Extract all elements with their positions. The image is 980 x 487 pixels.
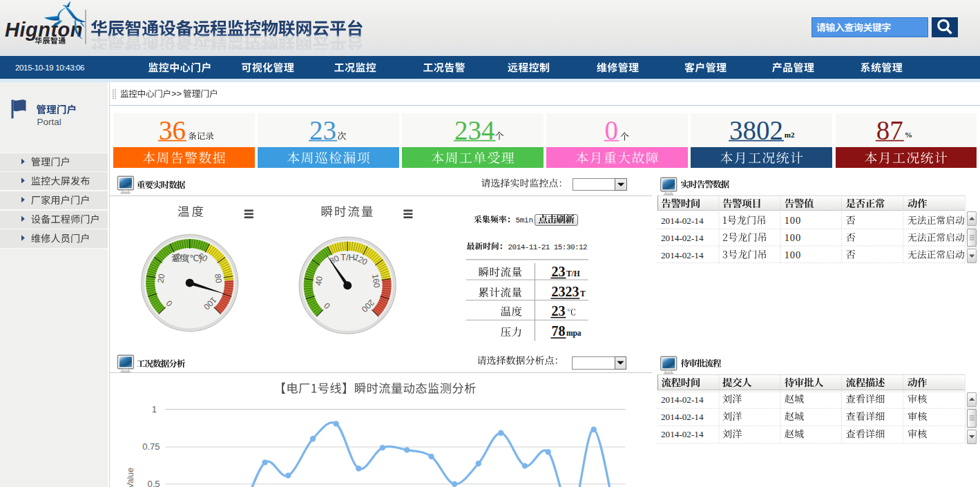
- svg-text:100: 100: [785, 215, 801, 226]
- svg-text:2014-02-14: 2014-02-14: [661, 412, 704, 422]
- svg-text:Portal: Portal: [37, 117, 61, 127]
- svg-text:2014-11-21 15:30:12: 2014-11-21 15:30:12: [508, 243, 587, 251]
- svg-text:100: 100: [785, 232, 801, 243]
- svg-text:>>: >>: [171, 88, 182, 99]
- svg-text:0.75: 0.75: [142, 441, 160, 452]
- svg-text:2014-02-14: 2014-02-14: [661, 233, 704, 243]
- svg-text:T/H: T/H: [340, 252, 355, 262]
- svg-text:2323: 2323: [551, 284, 579, 299]
- svg-text:(℃): (℃): [186, 254, 202, 263]
- svg-text:2014-02-14: 2014-02-14: [661, 250, 704, 260]
- svg-text:m2: m2: [785, 131, 795, 139]
- svg-text:Value: Value: [126, 468, 135, 487]
- svg-text:40: 40: [314, 276, 325, 287]
- svg-text:2014-02-14: 2014-02-14: [661, 394, 704, 405]
- svg-text:0.5: 0.5: [147, 479, 160, 487]
- svg-text:%: %: [905, 131, 912, 139]
- svg-text:T/H: T/H: [566, 269, 580, 278]
- svg-text:23: 23: [551, 303, 565, 318]
- svg-text:78: 78: [551, 323, 565, 338]
- svg-text:20: 20: [155, 273, 166, 284]
- svg-text:23: 23: [551, 264, 565, 279]
- svg-text:2014-02-14: 2014-02-14: [661, 429, 704, 439]
- svg-text:T: T: [580, 289, 586, 298]
- svg-text:1: 1: [152, 404, 157, 414]
- svg-text:2014-02-14: 2014-02-14: [661, 216, 704, 226]
- svg-text:80: 80: [213, 273, 224, 284]
- svg-text:mpa: mpa: [566, 329, 582, 338]
- svg-text:5min: 5min: [516, 216, 533, 225]
- svg-text:2015-10-19 10:43:06: 2015-10-19 10:43:06: [15, 64, 84, 72]
- svg-text:100: 100: [785, 249, 801, 260]
- svg-text:Hignton: Hignton: [5, 19, 83, 41]
